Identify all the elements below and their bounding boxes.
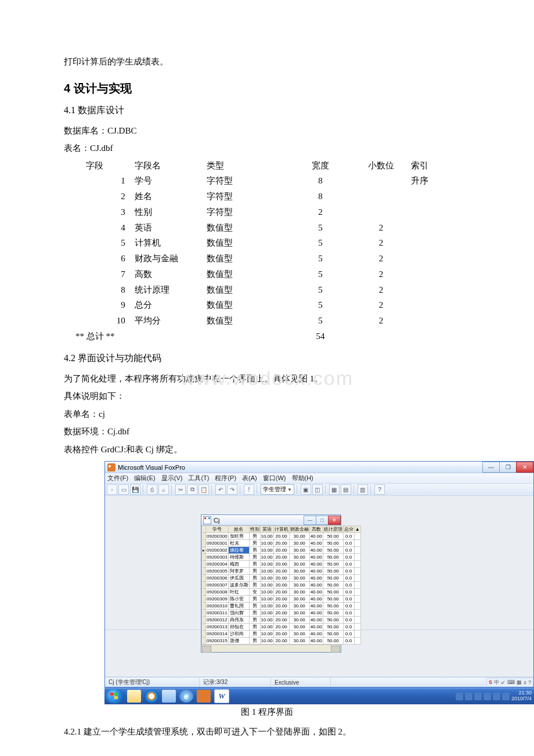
cell[interactable]: 40.00 bbox=[309, 568, 323, 575]
vscroll-track[interactable] bbox=[354, 582, 360, 589]
cell[interactable]: 40.00 bbox=[309, 575, 323, 582]
redo-icon[interactable]: ↷ bbox=[227, 484, 237, 495]
vscroll-track[interactable] bbox=[354, 596, 360, 603]
scroll-left-icon[interactable] bbox=[202, 646, 211, 653]
cell[interactable]: 40.00 bbox=[309, 540, 323, 547]
menu-item[interactable]: 编辑(E) bbox=[134, 474, 156, 483]
cell[interactable]: 40.00 bbox=[309, 582, 323, 589]
menu-item[interactable]: 表(A) bbox=[242, 474, 257, 483]
cell[interactable]: 0.0 bbox=[343, 596, 354, 603]
cell[interactable]: 20.00 bbox=[273, 561, 289, 568]
row-header[interactable] bbox=[202, 547, 206, 554]
cell[interactable]: 50.00 bbox=[323, 568, 343, 575]
vscroll-track[interactable] bbox=[354, 568, 360, 575]
cell[interactable]: 50.00 bbox=[323, 582, 343, 589]
cell[interactable]: 40.00 bbox=[309, 589, 323, 596]
cj-titlebar[interactable]: Cj — □ ✕ bbox=[201, 515, 341, 525]
cell[interactable]: 特维斯 bbox=[228, 554, 249, 561]
cell[interactable]: 20.00 bbox=[273, 617, 289, 624]
cell[interactable]: 50.00 bbox=[323, 575, 343, 582]
cell[interactable]: 20.00 bbox=[273, 568, 289, 575]
cell[interactable]: 男 bbox=[249, 631, 260, 638]
vscroll-track[interactable] bbox=[354, 540, 360, 547]
cell[interactable]: 50.00 bbox=[323, 638, 343, 645]
cell[interactable]: 10.00 bbox=[260, 603, 273, 610]
maximize-button[interactable]: ❐ bbox=[499, 462, 517, 473]
cell[interactable]: 50.00 bbox=[323, 631, 343, 638]
cell[interactable]: 09200303 bbox=[206, 554, 229, 561]
cj-minimize-button[interactable]: — bbox=[304, 516, 316, 525]
cell[interactable]: 0.0 bbox=[343, 533, 354, 540]
row-header[interactable] bbox=[202, 554, 206, 561]
ime-ch-icon[interactable]: 中 bbox=[493, 679, 500, 686]
cell[interactable]: 男 bbox=[249, 554, 260, 561]
cell[interactable]: 09200308 bbox=[206, 589, 229, 596]
cell[interactable]: 0.0 bbox=[343, 638, 354, 645]
menu-item[interactable]: 帮助(H) bbox=[292, 474, 313, 483]
row-header[interactable] bbox=[202, 540, 206, 547]
menu-item[interactable]: 显示(V) bbox=[161, 474, 183, 483]
run-icon[interactable]: ! bbox=[244, 484, 254, 495]
cell[interactable]: 20.00 bbox=[273, 624, 289, 631]
cell[interactable]: 男 bbox=[249, 638, 260, 645]
cell[interactable]: 30.00 bbox=[289, 624, 309, 631]
cell[interactable]: 10.00 bbox=[260, 561, 273, 568]
mediaplayer-icon[interactable] bbox=[145, 690, 158, 703]
cell[interactable]: 0.0 bbox=[343, 617, 354, 624]
row-header[interactable] bbox=[202, 568, 206, 575]
cell[interactable]: 男 bbox=[249, 596, 260, 603]
project-combo[interactable]: 学生管理 ▼ bbox=[261, 484, 294, 495]
cell[interactable]: 沙和尚 bbox=[228, 631, 249, 638]
close-button[interactable]: ✕ bbox=[516, 462, 533, 473]
tray-clock[interactable]: 21:30 2010/7/4 bbox=[511, 690, 532, 702]
cell[interactable]: 曹礼国 bbox=[228, 603, 249, 610]
cell[interactable]: 阿奎罗 bbox=[228, 568, 249, 575]
cell[interactable]: 50.00 bbox=[323, 617, 343, 624]
tool1-icon[interactable]: ▦ bbox=[329, 484, 340, 495]
cell[interactable]: 10.00 bbox=[260, 540, 273, 547]
cell[interactable]: 40.00 bbox=[309, 596, 323, 603]
cell[interactable]: 0.0 bbox=[343, 575, 354, 582]
cell[interactable]: 09200302 bbox=[206, 547, 229, 554]
vscroll-track[interactable] bbox=[354, 547, 360, 554]
cell[interactable]: 30.00 bbox=[289, 547, 309, 554]
cj-hscroll[interactable] bbox=[201, 645, 341, 652]
cell[interactable]: 10.00 bbox=[260, 582, 273, 589]
cj-maximize-button[interactable]: □ bbox=[316, 516, 329, 525]
undo-icon[interactable]: ↶ bbox=[215, 484, 226, 495]
grid-header[interactable]: 统计原理 bbox=[323, 526, 343, 533]
cell[interactable]: 男 bbox=[249, 568, 260, 575]
row-header[interactable] bbox=[202, 617, 206, 624]
row-header[interactable] bbox=[202, 631, 206, 638]
grid-header[interactable]: 计算机 bbox=[273, 526, 289, 533]
cell[interactable]: 50.00 bbox=[323, 533, 343, 540]
cell[interactable]: 09200311 bbox=[206, 610, 229, 617]
new-icon[interactable]: ▫ bbox=[107, 484, 117, 495]
language-bar[interactable]: S 中 ↙ ⌨ ▦ ± ? bbox=[486, 678, 533, 687]
cell[interactable]: 30.00 bbox=[289, 582, 309, 589]
cell[interactable]: 09200312 bbox=[206, 617, 229, 624]
libraries-icon[interactable] bbox=[162, 690, 176, 703]
cell[interactable]: 0.0 bbox=[343, 582, 354, 589]
cell[interactable]: 30.00 bbox=[289, 568, 309, 575]
cell[interactable]: 10.00 bbox=[260, 610, 273, 617]
vscroll-track[interactable] bbox=[354, 638, 360, 645]
vscroll-track[interactable] bbox=[354, 610, 360, 617]
cell[interactable]: 0.0 bbox=[343, 554, 354, 561]
cell[interactable]: 20.00 bbox=[273, 582, 289, 589]
cell[interactable]: 0.0 bbox=[343, 624, 354, 631]
cj-grid[interactable]: 学号姓名性别英语计算机财政金融高数统计原理总分▲ 09200300加旺男男10.… bbox=[201, 525, 361, 645]
cell[interactable]: 10.00 bbox=[260, 631, 273, 638]
word-icon[interactable] bbox=[214, 689, 229, 703]
cell[interactable]: 杜克 bbox=[228, 540, 249, 547]
cell[interactable]: 10.00 bbox=[260, 617, 273, 624]
grid-header[interactable]: 高数 bbox=[309, 526, 323, 533]
ime-pad-icon[interactable]: ▦ bbox=[516, 679, 522, 685]
cell[interactable]: 10.00 bbox=[260, 547, 273, 554]
cell[interactable]: 30.00 bbox=[289, 540, 309, 547]
cell[interactable]: 20.00 bbox=[273, 610, 289, 617]
cell[interactable]: 男 bbox=[249, 624, 260, 631]
row-header[interactable] bbox=[202, 610, 206, 617]
cell[interactable]: 男 bbox=[249, 575, 260, 582]
cell[interactable]: 20.00 bbox=[273, 540, 289, 547]
